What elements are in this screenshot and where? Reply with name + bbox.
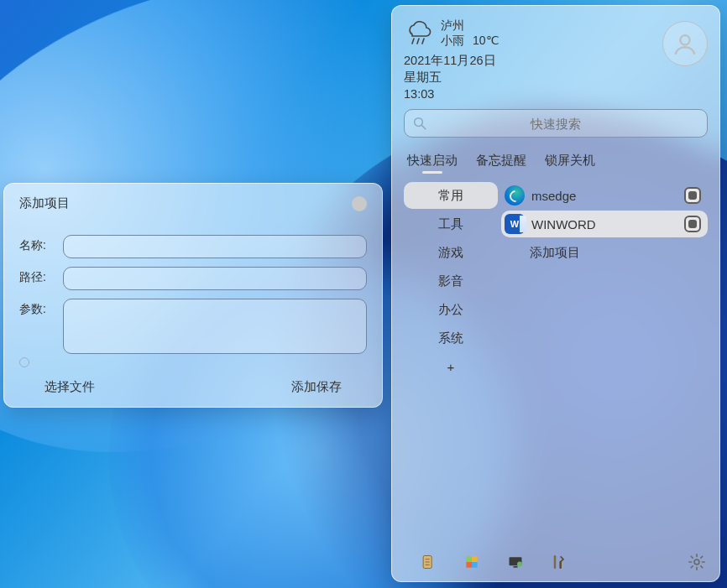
- svg-point-16: [517, 562, 522, 567]
- dialog-footer: 选择文件 添加保存: [19, 379, 367, 397]
- svg-line-5: [421, 125, 426, 129]
- category-list: 常用工具游戏影音办公系统+: [404, 182, 498, 548]
- svg-line-0: [412, 39, 414, 44]
- weather-rain-icon: [404, 21, 432, 46]
- info-icon[interactable]: [19, 357, 29, 367]
- category-item[interactable]: 工具: [404, 211, 498, 237]
- puzzle-icon[interactable]: [463, 553, 481, 571]
- path-input[interactable]: [63, 267, 367, 290]
- category-item[interactable]: 游戏: [404, 239, 498, 266]
- app-item[interactable]: WWINWORD: [501, 211, 708, 237]
- name-label: 名称:: [19, 235, 58, 253]
- svg-rect-15: [514, 566, 518, 568]
- tab-1[interactable]: 备忘提醒: [476, 153, 526, 174]
- close-icon[interactable]: [352, 196, 367, 211]
- app-action-button[interactable]: [684, 216, 701, 232]
- weekday-text: 星期五: [404, 70, 708, 86]
- tabs: 快速启动备忘提醒锁屏关机: [404, 153, 708, 174]
- app-name: WINWORD: [531, 217, 596, 232]
- svg-rect-13: [472, 562, 478, 568]
- app-list: msedgeWWINWORD添加项目: [501, 182, 708, 548]
- quick-launch-body: 常用工具游戏影音办公系统+ msedgeWWINWORD添加项目: [404, 182, 708, 548]
- category-item[interactable]: 办公: [404, 296, 498, 323]
- search-wrap: [404, 109, 708, 138]
- date-block: 2021年11月26日 星期五 13:03: [404, 53, 708, 102]
- tab-0[interactable]: 快速启动: [407, 153, 458, 174]
- search-icon: [412, 116, 427, 131]
- avatar[interactable]: [662, 21, 708, 66]
- edge-icon: [505, 185, 525, 206]
- weather-text: 泸州 小雨 10℃: [441, 18, 499, 48]
- weather-row: 泸州 小雨 10℃: [404, 18, 708, 48]
- time-text: 13:03: [404, 86, 708, 103]
- save-button[interactable]: 添加保存: [291, 379, 342, 395]
- svg-rect-12: [466, 562, 472, 568]
- add-item-dialog: 添加项目 名称: 路径: 参数: 选择文件 添加保存: [3, 183, 383, 408]
- svg-line-2: [422, 39, 424, 44]
- args-label: 参数:: [19, 299, 58, 317]
- svg-rect-11: [472, 556, 478, 562]
- svg-point-17: [694, 559, 699, 565]
- monitor-icon[interactable]: [506, 553, 525, 571]
- path-label: 路径:: [19, 267, 58, 285]
- svg-rect-10: [466, 556, 472, 562]
- app-name: msedge: [531, 189, 576, 203]
- add-item-button[interactable]: 添加项目: [501, 239, 708, 266]
- name-input[interactable]: [63, 235, 367, 258]
- dialog-form: 名称: 路径: 参数:: [19, 235, 367, 367]
- app-action-button[interactable]: [684, 187, 701, 204]
- weather-condition: 小雨: [441, 33, 464, 48]
- app-item[interactable]: msedge: [501, 182, 708, 209]
- date-text: 2021年11月26日: [404, 53, 708, 70]
- main-panel: 泸州 小雨 10℃ 2021年11月26日 星期五 13:03 快速启动备忘提醒…: [391, 5, 720, 582]
- category-item[interactable]: 系统: [404, 325, 498, 351]
- search-input[interactable]: [404, 109, 708, 138]
- category-item[interactable]: 常用: [404, 182, 498, 209]
- document-icon[interactable]: [419, 553, 437, 571]
- category-item[interactable]: 影音: [404, 268, 498, 294]
- svg-point-3: [680, 35, 689, 44]
- add-category-button[interactable]: +: [404, 353, 498, 380]
- tab-2[interactable]: 锁屏关机: [545, 153, 595, 174]
- dialog-header: 添加项目: [19, 195, 367, 211]
- weather-city: 泸州: [441, 18, 499, 33]
- footer-row: [404, 548, 708, 573]
- user-icon: [671, 29, 699, 58]
- svg-line-1: [417, 39, 419, 44]
- gear-icon[interactable]: [688, 553, 706, 571]
- dialog-title: 添加项目: [19, 195, 352, 211]
- word-icon: W: [505, 214, 525, 234]
- weather-temp: 10℃: [473, 33, 499, 48]
- tools-icon[interactable]: [550, 553, 568, 571]
- args-input[interactable]: [63, 299, 367, 354]
- choose-file-button[interactable]: 选择文件: [44, 379, 95, 395]
